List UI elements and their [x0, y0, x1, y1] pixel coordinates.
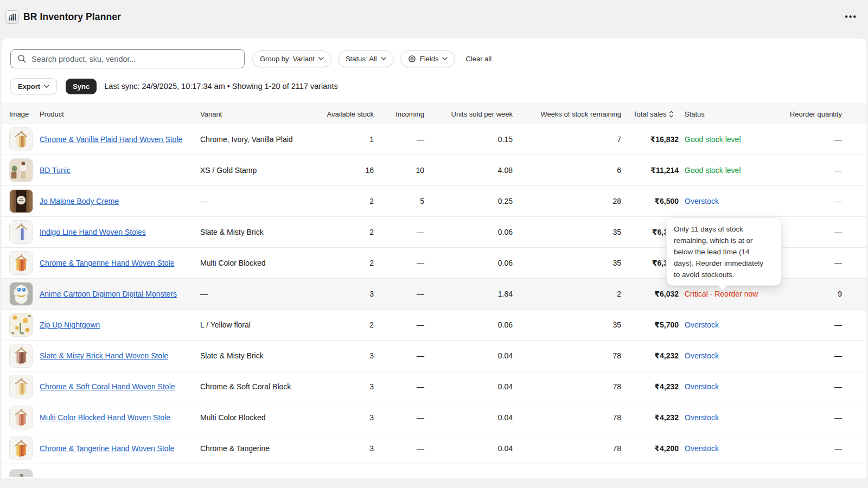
- status-text[interactable]: Overstock: [685, 351, 719, 360]
- search-box[interactable]: [10, 49, 245, 68]
- total-sales-label: Total sales: [633, 110, 666, 118]
- variant-cell: Multi Color Blocked: [200, 413, 321, 422]
- product-thumbnail: [2, 464, 40, 477]
- clear-all-button[interactable]: Clear all: [465, 55, 492, 63]
- available-stock-cell: 3: [321, 290, 380, 298]
- inventory-table: Image Product Variant Available stock In…: [2, 104, 866, 477]
- status-cell: Overstock: [685, 320, 788, 329]
- table-header: Image Product Variant Available stock In…: [2, 104, 866, 124]
- product-cell: Jo Malone Body Creme: [40, 197, 200, 206]
- units-sold-cell: 0.04: [430, 382, 519, 391]
- export-label: Export: [18, 82, 40, 91]
- col-reorder-quantity: Reorder quantity: [788, 110, 866, 118]
- product-link[interactable]: Chrome & Tangerine Hand Woven Stole: [40, 259, 175, 267]
- weeks-remaining-cell: 35: [519, 320, 627, 329]
- incoming-cell: —: [380, 259, 430, 267]
- product-cell: Chrome & Vanilla Plaid Hand Woven Stole: [40, 135, 200, 144]
- app-top-bar: BR Inventory Planner •••: [0, 0, 868, 34]
- product-thumbnail: [2, 344, 40, 368]
- available-stock-cell: 3: [321, 413, 380, 422]
- table-row: Chrome & Tangerine Hand Woven Stole Chro…: [2, 433, 866, 464]
- reorder-quantity-cell: —: [788, 351, 866, 360]
- product-link[interactable]: Zip Up Nightgown: [40, 320, 100, 329]
- stock-tooltip: Only 11 days of stock remaining, which i…: [666, 218, 782, 286]
- total-sales-cell: ₹6,032: [627, 290, 685, 298]
- weeks-remaining-cell: 2: [519, 290, 627, 298]
- group-by-filter[interactable]: Group by: Variant: [252, 50, 331, 67]
- status-text[interactable]: Good stock level: [685, 166, 741, 175]
- units-sold-cell: 0.06: [430, 320, 519, 329]
- weeks-remaining-cell: 78: [519, 351, 627, 360]
- units-sold-cell: 0.25: [430, 197, 519, 206]
- product-link[interactable]: Indigo Line Hand Woven Stoles: [40, 228, 146, 236]
- status-text[interactable]: Overstock: [685, 320, 719, 329]
- status-cell: Good stock level: [685, 166, 788, 175]
- product-link[interactable]: Chrome & Soft Coral Hand Woven Stole: [40, 382, 175, 391]
- product-link[interactable]: Multi Color Blocked Hand Woven Stole: [40, 413, 170, 422]
- product-thumbnail: [2, 251, 40, 275]
- variant-cell: L / Yellow floral: [200, 320, 321, 329]
- available-stock-cell: 2: [321, 259, 380, 267]
- variant-cell: Slate & Misty Brick: [200, 351, 321, 360]
- more-options-icon[interactable]: •••: [845, 12, 857, 22]
- units-sold-cell: 0.06: [430, 228, 519, 236]
- status-text[interactable]: Critical - Reorder now: [685, 290, 758, 298]
- product-link[interactable]: Anime Cartoon Digimon Digital Monsters: [40, 290, 177, 298]
- search-input[interactable]: [31, 55, 238, 63]
- status-filter-label: Status: All: [346, 55, 377, 63]
- col-product: Product: [40, 110, 200, 118]
- export-button[interactable]: Export: [10, 78, 57, 94]
- units-sold-cell: 1.84: [430, 290, 519, 298]
- variant-cell: —: [200, 197, 321, 206]
- available-stock-cell: 3: [321, 351, 380, 360]
- available-stock-cell: 2: [321, 320, 380, 329]
- status-text[interactable]: Overstock: [685, 444, 719, 453]
- units-sold-cell: 0.15: [430, 135, 519, 144]
- table-row: Zip Up Nightgown L / Yellow floral 2 — 0…: [2, 310, 866, 341]
- status-cell: Overstock: [685, 413, 788, 422]
- col-total-sales-sort[interactable]: Total sales: [627, 110, 685, 118]
- reorder-quantity-cell: —: [788, 259, 866, 267]
- table-row: Chrome & Soft Coral Hand Woven Stole Chr…: [2, 371, 866, 402]
- table-row: Jo Malone Body Creme — 2 5 0.25 28 ₹6,50…: [2, 186, 866, 217]
- col-image: Image: [2, 110, 40, 118]
- product-thumbnail: [2, 375, 40, 399]
- total-sales-cell: ₹11,214: [627, 166, 685, 175]
- status-filter[interactable]: Status: All: [338, 50, 394, 67]
- total-sales-cell: ₹4,200: [627, 444, 685, 453]
- product-cell: Chrome & Soft Coral Hand Woven Stole: [40, 382, 200, 391]
- table-body: Chrome & Vanilla Plaid Hand Woven Stole …: [2, 124, 866, 477]
- variant-cell: Chrome & Soft Coral Block: [200, 382, 321, 391]
- chevron-down-icon: [318, 57, 324, 61]
- chevron-down-icon: [442, 57, 448, 61]
- product-link[interactable]: Slate & Misty Brick Hand Woven Stole: [40, 351, 168, 360]
- product-cell: Chrome & Tangerine Hand Woven Stole: [40, 444, 200, 453]
- product-link[interactable]: Chrome & Tangerine Hand Woven Stole: [40, 444, 175, 453]
- weeks-remaining-cell: 78: [519, 382, 627, 391]
- table-row: [2, 464, 866, 477]
- status-cell: Overstock: [685, 351, 788, 360]
- partial-thumbnail: [9, 469, 33, 477]
- status-text[interactable]: Overstock: [685, 382, 719, 391]
- status-cell: Good stock level: [685, 135, 788, 144]
- fields-selector[interactable]: Fields: [400, 50, 456, 67]
- total-sales-cell: ₹5,700: [627, 320, 685, 329]
- sync-button[interactable]: Sync: [66, 79, 97, 94]
- col-weeks-remaining: Weeks of stock remaining: [519, 110, 627, 118]
- chevron-down-icon: [381, 57, 386, 61]
- units-sold-cell: 0.04: [430, 351, 519, 360]
- available-stock-cell: 1: [321, 135, 380, 144]
- page-background: [0, 478, 868, 488]
- incoming-cell: —: [380, 444, 430, 453]
- status-text[interactable]: Overstock: [685, 197, 719, 206]
- product-link[interactable]: BD Tunic: [40, 166, 71, 175]
- product-cell: Multi Color Blocked Hand Woven Stole: [40, 413, 200, 422]
- product-link[interactable]: Jo Malone Body Creme: [40, 197, 119, 206]
- status-text[interactable]: Overstock: [685, 413, 719, 422]
- search-icon: [17, 54, 27, 63]
- available-stock-cell: 3: [321, 444, 380, 453]
- product-cell: Anime Cartoon Digimon Digital Monsters: [40, 290, 200, 298]
- status-text[interactable]: Good stock level: [685, 135, 741, 144]
- product-link[interactable]: Chrome & Vanilla Plaid Hand Woven Stole: [40, 135, 182, 144]
- variant-cell: Chrome, Ivory, Vanilla Plaid: [200, 135, 321, 144]
